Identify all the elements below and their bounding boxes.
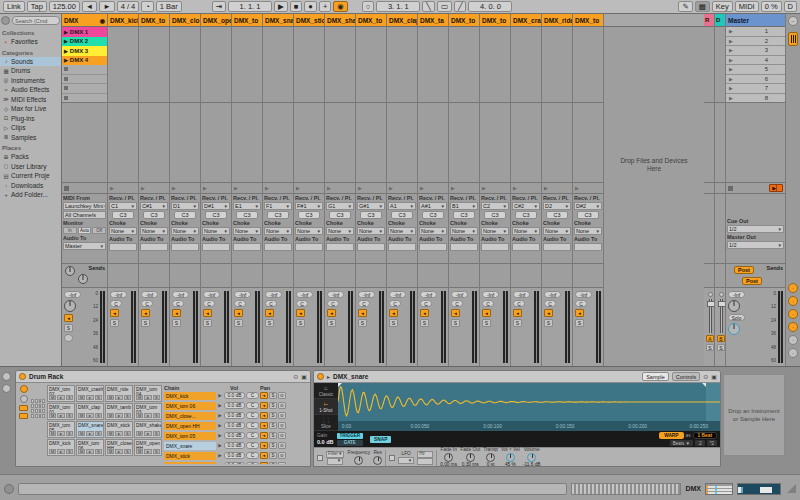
- punch-out-button[interactable]: ╱: [454, 1, 467, 12]
- drum-pad-dmx-tom-03[interactable]: DMX_tom 03M▸S: [134, 403, 162, 420]
- master-out-select[interactable]: 1/2▼: [727, 241, 784, 249]
- loop-start-marker[interactable]: [338, 383, 342, 387]
- lfo-rate-mode-button[interactable]: Hz: [417, 451, 433, 458]
- chain-play-icon[interactable]: ▶: [217, 463, 223, 464]
- scene-launch-icon[interactable]: ▶: [729, 28, 733, 34]
- track-stop-row[interactable]: ▶: [480, 182, 510, 194]
- drum-pad-dmx-ride[interactable]: DMX_rideM▸S: [105, 385, 133, 402]
- pad-preview-button[interactable]: ▸: [115, 431, 122, 436]
- nudge-up-button[interactable]: ►: [99, 1, 114, 12]
- audio-to-select[interactable]: [202, 243, 230, 251]
- send-b-knob[interactable]: [78, 274, 88, 284]
- track-stop-row[interactable]: ▶: [418, 182, 448, 194]
- track-stop-row[interactable]: ▶: [170, 182, 200, 194]
- audio-to-select[interactable]: [140, 243, 168, 251]
- play-note-button[interactable]: C3: [453, 211, 475, 219]
- pad-mute-button[interactable]: M: [107, 449, 114, 454]
- choke-select[interactable]: None▼: [419, 227, 447, 235]
- audio-to-select[interactable]: [512, 243, 540, 251]
- receive-note-select[interactable]: G#1▼: [357, 202, 385, 210]
- receive-note-select[interactable]: F1▼: [264, 202, 292, 210]
- browser-item-favorites[interactable]: ▪Favorites: [0, 37, 61, 47]
- warp-mode-select[interactable]: Beats ▼: [670, 440, 693, 446]
- track-clip-slots[interactable]: [542, 27, 572, 103]
- toggle-io-section[interactable]: ·: [788, 283, 798, 293]
- pan-display[interactable]: C: [544, 300, 556, 307]
- choke-select[interactable]: None▼: [326, 227, 354, 235]
- track-activator-button[interactable]: ◂: [451, 309, 460, 317]
- midi-map-button[interactable]: MIDI: [735, 1, 759, 12]
- play-note-button[interactable]: C3: [422, 211, 444, 219]
- tab-sample[interactable]: Sample: [642, 372, 669, 381]
- mode-1-shot[interactable]: ⊢1-Shot: [314, 399, 338, 415]
- play-note-button[interactable]: C3: [391, 211, 413, 219]
- pan-display[interactable]: C: [203, 300, 215, 307]
- chain-pan[interactable]: C: [246, 422, 259, 429]
- audio-to-select[interactable]: [109, 243, 137, 251]
- back-to-arrangement-button[interactable]: ▶▏: [769, 184, 783, 192]
- chain-list-button[interactable]: [20, 395, 28, 403]
- pad-preview-button[interactable]: ▸: [144, 431, 151, 436]
- chain-activator-button[interactable]: ◂: [260, 422, 268, 429]
- pad-solo-button[interactable]: S: [66, 413, 73, 418]
- pad-solo-button[interactable]: S: [124, 413, 131, 418]
- chain-name[interactable]: DMX_stick: [164, 452, 216, 460]
- solo-button[interactable]: S: [203, 319, 212, 327]
- pan-display[interactable]: C: [296, 300, 308, 307]
- choke-select[interactable]: None▼: [357, 227, 385, 235]
- follow-button[interactable]: ⇥: [212, 1, 226, 12]
- chain-volume[interactable]: 0.0 dB: [224, 462, 245, 464]
- solo-button[interactable]: S: [420, 319, 429, 327]
- browser-collapse-icon[interactable]: [1, 16, 10, 25]
- receive-note-select[interactable]: C1▼: [109, 202, 137, 210]
- chain-row[interactable]: DMX_tom 05▶0.0 dBC◂S⊙: [164, 431, 308, 440]
- track-stop-row[interactable]: ▶: [201, 182, 231, 194]
- pad-solo-button[interactable]: S: [153, 395, 160, 400]
- chain-pan[interactable]: C: [246, 442, 259, 449]
- volume-display[interactable]: -Inf: [110, 291, 127, 298]
- track-clip-slots[interactable]: [232, 27, 262, 103]
- track-clip-slots[interactable]: [387, 27, 417, 103]
- pad-solo-button[interactable]: S: [95, 395, 102, 400]
- return-solo-button[interactable]: S: [717, 344, 725, 351]
- chain-play-icon[interactable]: ▶: [217, 413, 223, 418]
- stop-all-clips-icon[interactable]: [728, 186, 733, 191]
- punch-in-button[interactable]: ╲: [422, 1, 435, 12]
- frequency-knob[interactable]: [354, 456, 363, 465]
- return-track-header[interactable]: D: [715, 14, 725, 27]
- send-b-pre-post-toggle[interactable]: Post: [742, 277, 762, 285]
- track-clip-slots[interactable]: [294, 27, 324, 103]
- pad-solo-button[interactable]: S: [95, 413, 102, 418]
- drum-pad-dmx-tamb[interactable]: DMX_tambM▸S: [105, 403, 133, 420]
- collapse-circle-icon[interactable]: –: [788, 16, 798, 26]
- pad-preview-button[interactable]: ▸: [115, 413, 122, 418]
- volume-display[interactable]: -Inf: [358, 291, 375, 298]
- audio-to-select[interactable]: Master▼: [63, 242, 106, 250]
- solo-button[interactable]: S: [544, 319, 553, 327]
- chain-solo-button[interactable]: S: [269, 442, 277, 449]
- receive-note-select[interactable]: D2▼: [543, 202, 571, 210]
- link-button[interactable]: Link: [3, 1, 25, 12]
- receive-note-select[interactable]: C#2▼: [512, 202, 540, 210]
- receive-note-select[interactable]: F#1▼: [295, 202, 323, 210]
- track-clip-slots[interactable]: [325, 27, 355, 103]
- track-stop-row[interactable]: ▶: [449, 182, 479, 194]
- filter-type-select[interactable]: Filter▼: [326, 451, 344, 458]
- choke-select[interactable]: None▼: [171, 227, 199, 235]
- track-clip-slots[interactable]: [263, 27, 293, 103]
- clip-play-icon[interactable]: ▶: [64, 29, 68, 35]
- choke-select[interactable]: None▼: [264, 227, 292, 235]
- play-note-button[interactable]: C3: [298, 211, 320, 219]
- choke-select[interactable]: None▼: [202, 227, 230, 235]
- pad-preview-button[interactable]: ▸: [57, 395, 64, 400]
- chain-activator-button[interactable]: ◂: [260, 462, 268, 464]
- track-activator-button[interactable]: ◂: [141, 309, 150, 317]
- track-activator-button[interactable]: ◂: [358, 309, 367, 317]
- scene-slot[interactable]: ▶4: [726, 56, 785, 66]
- receive-note-select[interactable]: C#1▼: [140, 202, 168, 210]
- track-stop-row[interactable]: ▶: [511, 182, 541, 194]
- track-clip-slots[interactable]: [511, 27, 541, 103]
- track-header[interactable]: DMX_sna: [263, 14, 293, 27]
- pad-mute-button[interactable]: M: [78, 395, 85, 400]
- empty-clip-slot[interactable]: [62, 94, 107, 104]
